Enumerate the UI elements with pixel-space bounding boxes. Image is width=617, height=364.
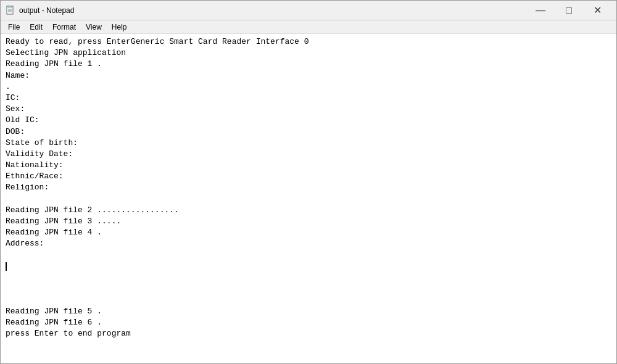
content-area[interactable]: Ready to read, press EnterGeneric Smart …: [1, 34, 616, 363]
notepad-window: output - Notepad — □ ✕ File Edit Format …: [0, 0, 617, 364]
notepad-icon: [6, 6, 15, 15]
menu-help[interactable]: Help: [107, 22, 132, 33]
title-bar-left: output - Notepad: [6, 6, 74, 15]
minimize-button[interactable]: —: [526, 1, 555, 20]
close-button[interactable]: ✕: [583, 1, 611, 20]
menu-view[interactable]: View: [81, 22, 107, 33]
menu-format[interactable]: Format: [48, 22, 81, 33]
maximize-button[interactable]: □: [555, 1, 583, 20]
text-content: Ready to read, press EnterGeneric Smart …: [6, 36, 611, 339]
menu-edit[interactable]: Edit: [25, 22, 48, 33]
title-bar-controls: — □ ✕: [526, 1, 611, 20]
title-bar: output - Notepad — □ ✕: [1, 1, 616, 20]
svg-rect-1: [8, 6, 12, 7]
menu-bar: File Edit Format View Help: [1, 20, 616, 34]
window-title: output - Notepad: [19, 6, 74, 15]
menu-file[interactable]: File: [3, 22, 25, 33]
